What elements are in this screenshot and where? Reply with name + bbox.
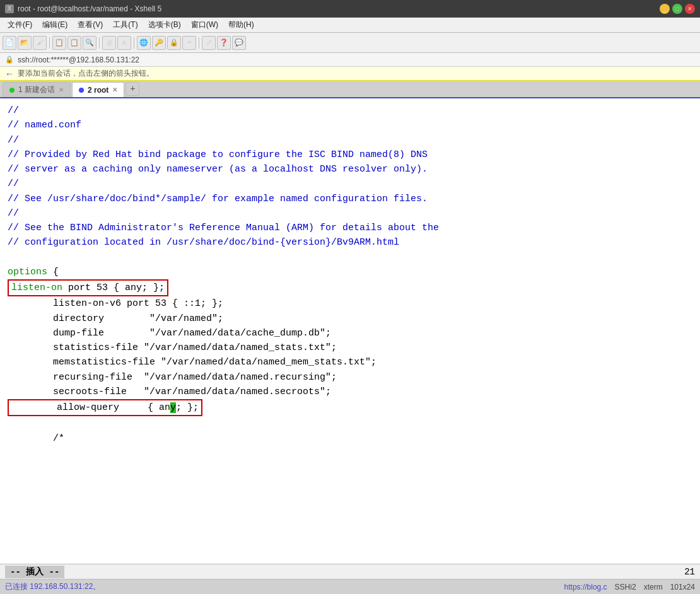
help-button[interactable]: ❓ (217, 36, 231, 50)
menu-tabs[interactable]: 选项卡(B) (143, 18, 186, 32)
menu-window[interactable]: 窗口(W) (186, 18, 223, 32)
address-bar: 🔒 ssh://root:******@192.168.50.131:22 (0, 53, 700, 67)
print-button[interactable]: 🖨 (102, 36, 116, 50)
status-bar: 已连接 192.168.50.131:22。 https://blog.c SS… (0, 579, 700, 594)
terminal-line: // See /usr/share/doc/bind*/sample/ for … (8, 192, 692, 206)
menu-help[interactable]: 帮助(H) (223, 18, 259, 32)
terminal-line: listen-on-v6 port 53 { ::1; }; (8, 296, 692, 311)
maximize-button[interactable]: □ (672, 4, 682, 14)
terminal-line: // (8, 177, 692, 191)
status-session: SSHi2 (615, 583, 636, 591)
terminal-line: // Provided by Red Hat bind package to c… (8, 148, 692, 162)
terminal-line: dump-file "/var/named/data/cache_dump.db… (8, 326, 692, 341)
menu-edit[interactable]: 编辑(E) (37, 18, 73, 32)
line-number: 21 (684, 567, 695, 577)
arrow-icon: ← (5, 69, 14, 79)
terminal-content[interactable]: // // named.conf // // Provided by Red H… (0, 98, 700, 564)
status-size: 101x24 (670, 583, 695, 591)
window-title: root - root@localhost:/var/named - Xshel… (18, 4, 660, 13)
lock-button[interactable]: 🔒 (167, 36, 181, 50)
key-button[interactable]: 🔑 (152, 36, 166, 50)
terminal-line: // (8, 133, 692, 148)
open-button[interactable]: 📂 (18, 36, 32, 50)
tab-close-1[interactable]: ✕ (59, 86, 64, 93)
status-right: 21 (684, 567, 695, 577)
tab-close-2[interactable]: ✕ (112, 86, 117, 93)
globe-button[interactable]: 🌐 (137, 36, 151, 50)
terminal-blank (8, 250, 692, 265)
copy-button[interactable]: 📋 (52, 36, 66, 50)
terminal-line: // (8, 206, 692, 221)
expand-button[interactable]: ⤢ (202, 36, 216, 50)
address-url: ssh://root:******@192.168.50.131:22 (18, 55, 139, 64)
menu-bar: 文件(F) 编辑(E) 查看(V) 工具(T) 选项卡(B) 窗口(W) 帮助(… (0, 18, 700, 33)
menu-file[interactable]: 文件(F) (3, 18, 37, 32)
search-button[interactable]: 🔍 (83, 36, 96, 50)
bottom-bar: -- 插入 -- 21 (0, 564, 700, 579)
notice-bar: ← 要添加当前会话，点击左侧的箭头按钮。 (0, 67, 700, 81)
tab-dot-2 (79, 88, 84, 93)
menu-view[interactable]: 查看(V) (73, 18, 108, 32)
terminal-line-allow-query: allow-query { any; }; (8, 399, 692, 416)
tab-root[interactable]: 2 root ✕ (72, 82, 124, 97)
separator-3 (134, 37, 134, 49)
notice-text: 要添加当前会话，点击左侧的箭头按钮。 (18, 68, 154, 79)
separator-1 (49, 37, 50, 49)
tab-new-session[interactable]: 1 新建会话 ✕ (3, 82, 71, 97)
menu-tools[interactable]: 工具(T) (108, 18, 143, 32)
keyboard-button[interactable]: ⌨ (182, 36, 196, 50)
paste-button[interactable]: 📋 (67, 36, 81, 50)
terminal-line: recursing-file "/var/named/data/named.re… (8, 370, 692, 385)
title-bar: X root - root@localhost:/var/named - Xsh… (0, 0, 700, 18)
brush-button[interactable]: 🖌 (33, 36, 47, 50)
status-term: xterm (644, 583, 663, 591)
terminal-line: /* (8, 431, 692, 446)
separator-4 (199, 37, 199, 49)
tab-bar: 1 新建会话 ✕ 2 root ✕ + (0, 81, 700, 98)
app-icon: X (5, 4, 14, 13)
terminal-line: memstatistics-file "/var/named/data/name… (8, 355, 692, 370)
terminal-line: // (8, 103, 692, 118)
font-button[interactable]: A (117, 36, 131, 50)
chat-button[interactable]: 💬 (232, 36, 246, 50)
terminal-line: // See the BIND Administrator's Referenc… (8, 221, 692, 235)
terminal-line: // named.conf (8, 118, 692, 132)
window-controls: _ □ ✕ (660, 4, 695, 14)
terminal-line: // server as a caching only nameserver (… (8, 162, 692, 177)
new-session-button[interactable]: 📄 (3, 36, 16, 50)
terminal-line: directory "/var/named"; (8, 312, 692, 326)
tab-label-2: 2 root (88, 86, 108, 95)
status-link: https://blog.c (564, 583, 607, 591)
close-button[interactable]: ✕ (685, 4, 695, 14)
terminal-blank (8, 416, 692, 431)
status-info: https://blog.c SSHi2 xterm 101x24 (564, 583, 695, 591)
tab-label-1: 1 新建会话 (18, 84, 55, 95)
separator-2 (99, 37, 100, 49)
toolbar: 📄 📂 🖌 📋 📋 🔍 🖨 A 🌐 🔑 🔒 ⌨ ⤢ ❓ 💬 (0, 33, 700, 53)
add-tab-button[interactable]: + (125, 82, 139, 96)
terminal-line: statistics-file "/var/named/data/named_s… (8, 341, 692, 355)
insert-mode-indicator: -- 插入 -- (5, 566, 64, 578)
lock-icon: 🔒 (5, 55, 14, 64)
tab-dot-1 (9, 88, 15, 93)
terminal-line-highlighted: listen-on port 53 { any; }; (8, 279, 692, 296)
terminal-line: // configuration located in /usr/share/d… (8, 235, 692, 250)
minimize-button[interactable]: _ (660, 4, 670, 14)
terminal-line: options { (8, 265, 692, 279)
status-connection: 已连接 192.168.50.131:22。 (5, 581, 559, 592)
terminal-line: secroots-file "/var/named/data/named.sec… (8, 385, 692, 399)
